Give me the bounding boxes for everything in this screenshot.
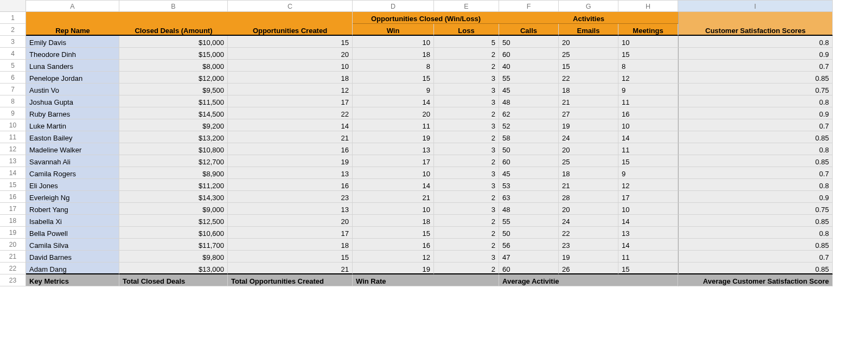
act-meetings[interactable]: 14 [618,131,678,143]
km-total-opps[interactable]: Total Opportunities Created [228,274,353,286]
row-header-17[interactable]: 17 [0,203,26,215]
closed-amount[interactable]: $10,800 [119,143,228,155]
act-calls[interactable]: 50 [499,36,559,48]
opps-win[interactable]: 12 [353,251,434,263]
closed-amount[interactable]: $10,000 [119,36,228,48]
closed-amount[interactable]: $11,700 [119,239,228,251]
row-header-12[interactable]: 12 [0,143,26,155]
row-header-10[interactable]: 10 [0,119,26,131]
opps-loss[interactable]: 3 [434,143,499,155]
opps-loss[interactable]: 2 [434,227,499,239]
col-header-A[interactable]: A [26,0,119,12]
act-calls[interactable]: 47 [499,251,559,263]
rep-name[interactable]: Luke Martin [26,119,119,131]
row-header-19[interactable]: 19 [0,227,26,239]
act-calls[interactable]: 50 [499,227,559,239]
act-emails[interactable]: 24 [559,215,618,227]
row-header-16[interactable]: 16 [0,191,26,203]
act-meetings[interactable]: 17 [618,191,678,203]
opps-win[interactable]: 10 [353,203,434,215]
act-meetings[interactable]: 13 [618,227,678,239]
closed-amount[interactable]: $8,000 [119,60,228,72]
closed-amount[interactable]: $12,500 [119,215,228,227]
act-emails[interactable]: 25 [559,48,618,60]
col-header-C[interactable]: C [228,0,353,12]
css-score[interactable]: 0.85 [678,131,833,143]
opps-created[interactable]: 12 [228,84,353,95]
row-header-23[interactable]: 23 [0,274,26,286]
opps-loss[interactable]: 2 [434,263,499,274]
km-blank-h[interactable] [618,274,678,286]
opps-loss[interactable]: 2 [434,48,499,60]
closed-amount[interactable]: $13,200 [119,131,228,143]
closed-amount[interactable]: $15,000 [119,48,228,60]
css-score[interactable]: 0.8 [678,227,833,239]
act-calls[interactable]: 55 [499,72,559,84]
opps-loss[interactable]: 2 [434,239,499,251]
row-header-20[interactable]: 20 [0,239,26,251]
act-meetings[interactable]: 14 [618,239,678,251]
opps-win[interactable]: 18 [353,215,434,227]
opps-created[interactable]: 21 [228,263,353,274]
rep-name[interactable]: Madeline Walker [26,143,119,155]
opps-loss[interactable]: 3 [434,84,499,95]
opps-created[interactable]: 20 [228,48,353,60]
act-meetings[interactable]: 12 [618,179,678,191]
opps-loss[interactable]: 2 [434,107,499,119]
opps-win[interactable]: 15 [353,72,434,84]
rep-name[interactable]: Ruby Barnes [26,107,119,119]
act-calls[interactable]: 60 [499,263,559,274]
opps-loss[interactable]: 5 [434,36,499,48]
closed-amount[interactable]: $9,200 [119,119,228,131]
act-emails[interactable]: 15 [559,60,618,72]
css-score[interactable]: 0.85 [678,72,833,84]
col-header-F[interactable]: F [499,0,559,12]
col-header-D[interactable]: D [353,0,434,12]
act-emails[interactable]: 23 [559,239,618,251]
css-score[interactable]: 0.7 [678,60,833,72]
act-emails[interactable]: 22 [559,72,618,84]
rep-name[interactable]: Camila Silva [26,239,119,251]
act-meetings[interactable]: 9 [618,84,678,95]
opps-loss[interactable]: 3 [434,179,499,191]
css-score[interactable]: 0.75 [678,203,833,215]
opps-created[interactable]: 13 [228,203,353,215]
css-score[interactable]: 0.8 [678,179,833,191]
act-calls[interactable]: 60 [499,48,559,60]
opps-win[interactable]: 14 [353,179,434,191]
closed-amount[interactable]: $9,000 [119,203,228,215]
opps-win[interactable]: 14 [353,95,434,107]
rep-name[interactable]: Easton Bailey [26,131,119,143]
opps-win[interactable]: 18 [353,48,434,60]
css-score[interactable]: 0.75 [678,84,833,95]
opps-win[interactable]: 17 [353,155,434,167]
closed-amount[interactable]: $12,000 [119,72,228,84]
opps-loss[interactable]: 2 [434,131,499,143]
row-header-8[interactable]: 8 [0,95,26,107]
rep-name[interactable]: Savannah Ali [26,155,119,167]
opps-loss[interactable]: 3 [434,72,499,84]
rep-name[interactable]: Joshua Gupta [26,95,119,107]
act-emails[interactable]: 21 [559,95,618,107]
opps-created[interactable]: 10 [228,60,353,72]
act-calls[interactable]: 40 [499,60,559,72]
closed-amount[interactable]: $9,500 [119,84,228,95]
act-emails[interactable]: 24 [559,131,618,143]
col-header-H[interactable]: H [618,0,678,12]
opps-win[interactable]: 19 [353,131,434,143]
act-emails[interactable]: 25 [559,155,618,167]
opps-created[interactable]: 17 [228,95,353,107]
opps-created[interactable]: 16 [228,143,353,155]
opps-win[interactable]: 15 [353,227,434,239]
act-emails[interactable]: 18 [559,84,618,95]
km-avg-css[interactable]: Average Customer Satisfaction Score [678,274,833,286]
opps-created[interactable]: 16 [228,179,353,191]
rep-name[interactable]: Camila Rogers [26,167,119,179]
act-emails[interactable]: 18 [559,167,618,179]
css-score[interactable]: 0.8 [678,95,833,107]
opps-created[interactable]: 20 [228,215,353,227]
opps-created[interactable]: 15 [228,36,353,48]
act-calls[interactable]: 50 [499,143,559,155]
opps-loss[interactable]: 2 [434,215,499,227]
act-calls[interactable]: 52 [499,119,559,131]
